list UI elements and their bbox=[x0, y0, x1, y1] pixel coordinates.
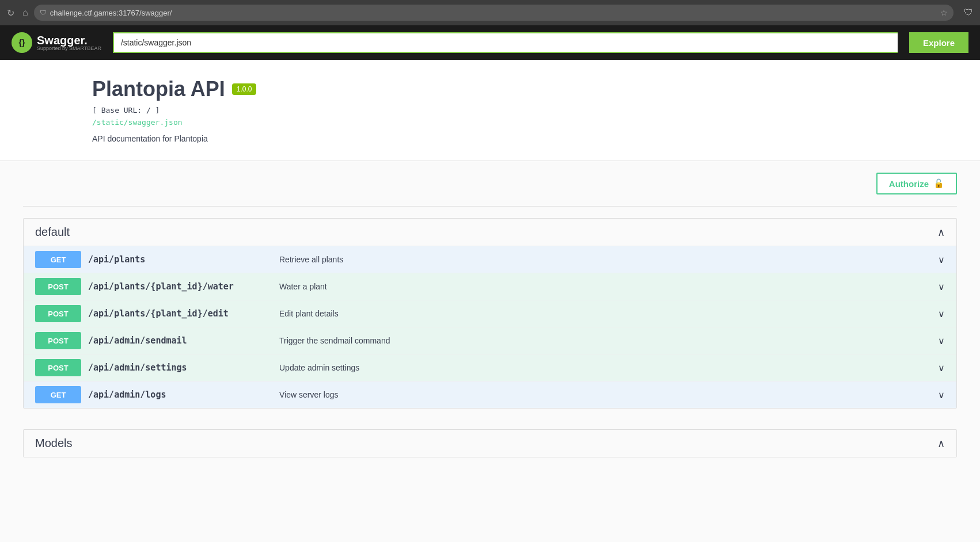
endpoint-summary: Trigger the sendmail command bbox=[279, 336, 931, 345]
method-badge-post: POST bbox=[35, 278, 81, 295]
endpoint-expand-icon: ∨ bbox=[938, 308, 945, 319]
browser-chrome: ↻ ⌂ 🛡 challenge.ctf.games:31767/swagger/… bbox=[0, 0, 980, 25]
browser-extra-icon: 🛡 bbox=[964, 7, 973, 18]
tag-header-default[interactable]: default ∧ bbox=[24, 219, 956, 246]
swagger-logo-icon: {} bbox=[12, 32, 32, 53]
method-badge-get: GET bbox=[35, 386, 81, 403]
tag-collapse-icon: ∧ bbox=[937, 226, 945, 239]
endpoint-expand-icon: ∨ bbox=[938, 362, 945, 373]
api-title-row: Plantopia API 1.0.0 bbox=[92, 77, 957, 101]
star-icon[interactable]: ☆ bbox=[940, 8, 948, 17]
endpoint-path: /api/plants bbox=[88, 254, 272, 265]
endpoint-expand-icon: ∨ bbox=[938, 335, 945, 346]
models-collapse-icon: ∧ bbox=[937, 437, 945, 450]
endpoint-path: /api/plants/{plant_id}/water bbox=[88, 281, 272, 292]
endpoint-row[interactable]: GET /api/admin/logs View server logs ∨ bbox=[24, 381, 956, 408]
method-badge-post: POST bbox=[35, 305, 81, 322]
endpoint-row[interactable]: POST /api/plants/{plant_id}/water Water … bbox=[24, 273, 956, 300]
api-base-url: [ Base URL: / ] bbox=[92, 106, 957, 114]
swagger-header: {} Swagger. Supported by SMARTBEAR Explo… bbox=[0, 25, 980, 60]
swagger-logo-name: Swagger. bbox=[37, 35, 101, 46]
authorize-label: Authorize bbox=[889, 179, 929, 189]
lock-icon: 🔓 bbox=[933, 178, 944, 189]
endpoint-expand-icon: ∨ bbox=[938, 390, 945, 400]
api-spec-link[interactable]: /static/swagger.json bbox=[92, 118, 183, 127]
tag-section-default: default ∧ GET /api/plants Retrieve all p… bbox=[23, 218, 957, 409]
endpoint-path: /api/admin/settings bbox=[88, 362, 272, 373]
swagger-logo-braces: {} bbox=[19, 38, 25, 47]
swagger-logo-sub: Supported by SMARTBEAR bbox=[37, 46, 101, 51]
endpoint-row[interactable]: POST /api/admin/sendmail Trigger the sen… bbox=[24, 327, 956, 354]
endpoint-summary: Retrieve all plants bbox=[279, 255, 931, 264]
models-title: Models bbox=[35, 437, 72, 450]
endpoint-summary: Update admin settings bbox=[279, 363, 931, 372]
endpoint-expand-icon: ∨ bbox=[938, 281, 945, 292]
endpoint-row[interactable]: POST /api/plants/{plant_id}/edit Edit pl… bbox=[24, 300, 956, 327]
address-text: challenge.ctf.games:31767/swagger/ bbox=[50, 9, 937, 17]
endpoint-expand-icon: ∨ bbox=[938, 254, 945, 265]
api-info: Plantopia API 1.0.0 [ Base URL: / ] /sta… bbox=[0, 60, 980, 161]
method-badge-post: POST bbox=[35, 332, 81, 349]
endpoint-summary: Water a plant bbox=[279, 282, 931, 291]
method-badge-post: POST bbox=[35, 359, 81, 376]
models-section: Models ∧ bbox=[23, 429, 957, 457]
api-description: API documentation for Plantopia bbox=[92, 134, 957, 143]
endpoints-section: default ∧ GET /api/plants Retrieve all p… bbox=[0, 207, 980, 429]
explore-button[interactable]: Explore bbox=[909, 32, 968, 53]
browser-nav-icons: ↻ ⌂ bbox=[7, 7, 28, 18]
api-version-badge: 1.0.0 bbox=[232, 83, 257, 95]
authorize-section: Authorize 🔓 bbox=[0, 161, 980, 206]
models-header[interactable]: Models ∧ bbox=[24, 430, 956, 457]
endpoint-row[interactable]: GET /api/plants Retrieve all plants ∨ bbox=[24, 246, 956, 273]
endpoint-summary: View server logs bbox=[279, 390, 931, 399]
method-badge-get: GET bbox=[35, 251, 81, 268]
api-title: Plantopia API bbox=[92, 77, 225, 101]
authorize-button[interactable]: Authorize 🔓 bbox=[876, 173, 957, 194]
swagger-logo: {} Swagger. Supported by SMARTBEAR bbox=[12, 32, 101, 53]
tag-name: default bbox=[35, 226, 70, 239]
swagger-url-input[interactable] bbox=[113, 32, 898, 53]
endpoint-summary: Edit plant details bbox=[279, 309, 931, 318]
endpoint-row[interactable]: POST /api/admin/settings Update admin se… bbox=[24, 354, 956, 381]
refresh-icon[interactable]: ↻ bbox=[7, 7, 14, 18]
browser-addressbar[interactable]: 🛡 challenge.ctf.games:31767/swagger/ ☆ bbox=[34, 5, 954, 21]
endpoint-path: /api/plants/{plant_id}/edit bbox=[88, 308, 272, 319]
endpoint-path: /api/admin/sendmail bbox=[88, 335, 272, 346]
endpoint-path: /api/admin/logs bbox=[88, 390, 272, 400]
main-content: Plantopia API 1.0.0 [ Base URL: / ] /sta… bbox=[0, 60, 980, 542]
swagger-logo-text: Swagger. Supported by SMARTBEAR bbox=[37, 35, 101, 51]
home-icon[interactable]: ⌂ bbox=[22, 7, 28, 18]
shield-icon: 🛡 bbox=[40, 9, 47, 17]
